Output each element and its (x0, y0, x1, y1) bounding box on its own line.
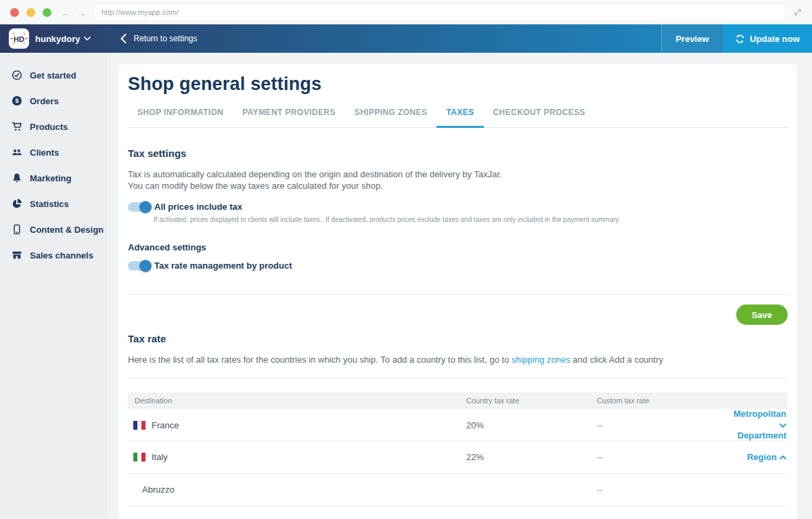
table-row-italy: Italy 22% -- Region (128, 441, 788, 474)
all-prices-include-tax-label: All prices include tax (154, 202, 242, 212)
sidebar-item-products[interactable]: Products (0, 114, 106, 139)
tab-bar: SHOP INFORMATION PAYMENT PROVIDERS SHIPP… (128, 104, 788, 128)
sidebar-item-sales-channels[interactable]: Sales channels (0, 242, 106, 268)
chevron-up-icon (780, 455, 786, 459)
tab-taxes[interactable]: TAXES (436, 104, 483, 128)
sidebar-item-label: Content & Design (30, 225, 104, 235)
tax-settings-description: Tax is automatically calculated dependin… (128, 168, 788, 191)
all-prices-include-tax-toggle[interactable] (128, 202, 151, 212)
close-window-button[interactable] (10, 8, 19, 17)
people-icon (12, 147, 22, 158)
region-link[interactable]: Region (747, 452, 786, 463)
table-row-abruzzo: Abruzzo -- (128, 474, 788, 506)
sidebar: Get started $ Orders Products Clients (0, 53, 106, 519)
toggle-note: If activated, prices displayed to client… (154, 216, 788, 223)
sync-icon (735, 34, 745, 44)
chevron-left-icon (120, 34, 127, 43)
tab-shipping-zones[interactable]: SHIPPING ZONES (345, 104, 437, 128)
tax-rate-heading: Tax rate (128, 333, 788, 344)
settings-card: Shop general settings SHOP INFORMATION P… (118, 64, 797, 519)
svg-text:$: $ (15, 97, 18, 104)
country-name: Italy (152, 452, 168, 462)
expand-window-icon[interactable] (792, 6, 804, 18)
page-title: Shop general settings (128, 74, 788, 95)
top-navbar: HD hunkydory Return to settings Prev (0, 24, 812, 53)
sidebar-item-marketing[interactable]: Marketing (0, 165, 106, 191)
phone-icon (12, 224, 22, 235)
divider (128, 378, 788, 378)
check-circle-icon (12, 70, 22, 81)
sidebar-item-clients[interactable]: Clients (0, 139, 106, 165)
logo-text: HD (14, 35, 24, 43)
chevron-down-icon (84, 37, 91, 41)
browser-forward-icon[interactable]: → (76, 7, 87, 18)
advanced-settings-heading: Advanced settings (128, 242, 788, 252)
custom-tax-rate-value: -- (597, 420, 725, 430)
sidebar-item-label: Statistics (30, 199, 69, 209)
sidebar-item-label: Sales channels (30, 250, 93, 261)
italy-flag-icon (133, 453, 145, 461)
sidebar-item-label: Marketing (30, 173, 71, 183)
tab-checkout-process[interactable]: CHECKOUT PROCESS (484, 104, 595, 128)
shop-switcher[interactable]: hunkydory (35, 34, 91, 44)
sidebar-item-statistics[interactable]: Statistics (0, 191, 106, 217)
shop-name: hunkydory (35, 34, 80, 44)
country-tax-rate-value: 22% (466, 452, 597, 462)
return-to-settings-link[interactable]: Return to settings (120, 34, 197, 43)
tax-settings-heading: Tax settings (128, 148, 788, 159)
url-input[interactable] (102, 8, 778, 16)
tab-shop-information[interactable]: SHOP INFORMATION (128, 104, 233, 128)
sidebar-item-label: Clients (30, 148, 59, 158)
sidebar-item-label: Get started (30, 70, 76, 81)
tab-payment-providers[interactable]: PAYMENT PROVIDERS (233, 104, 345, 128)
column-country-tax-rate: Country tax rate (466, 397, 597, 405)
tax-rate-description: Here is the list of all tax rates for th… (128, 354, 788, 365)
content-background: Shop general settings SHOP INFORMATION P… (106, 53, 812, 519)
cart-icon (12, 121, 22, 132)
update-now-label: Update now (750, 34, 800, 44)
table-row-france: France 20% -- Metropolitan Department (128, 409, 788, 441)
dollar-circle-icon: $ (12, 95, 22, 106)
country-name: France (152, 420, 179, 430)
divider (128, 294, 788, 295)
preview-label: Preview (675, 34, 708, 44)
region-name: Abruzzo (142, 484, 175, 495)
store-icon (12, 250, 22, 261)
tax-rate-management-label: Tax rate management by product (154, 261, 292, 271)
table-row-basilicata: Basilicata -- (128, 506, 788, 519)
minimize-window-button[interactable] (26, 8, 35, 17)
column-destination: Destination (128, 397, 466, 405)
sidebar-item-orders[interactable]: $ Orders (0, 88, 106, 114)
custom-tax-rate-value: -- (597, 452, 725, 462)
metropolitan-department-link[interactable]: Metropolitan Department (725, 409, 786, 441)
sidebar-item-label: Orders (30, 96, 59, 106)
bell-icon (12, 173, 22, 183)
preview-button[interactable]: Preview (661, 24, 723, 53)
france-flag-icon (133, 421, 145, 430)
table-header: Destination Country tax rate Custom tax … (128, 392, 788, 409)
shipping-zones-link[interactable]: shipping zones (512, 355, 570, 365)
country-tax-rate-value: 20% (466, 420, 597, 430)
tax-rate-management-toggle[interactable] (128, 261, 151, 271)
maximize-window-button[interactable] (43, 8, 51, 17)
save-button[interactable]: Save (736, 304, 788, 325)
browser-chrome: ← → (0, 0, 812, 24)
sidebar-item-content-design[interactable]: Content & Design (0, 217, 106, 242)
column-custom-tax-rate: Custom tax rate (597, 397, 725, 405)
pie-chart-icon (12, 198, 22, 209)
shop-logo[interactable]: HD (9, 28, 29, 49)
chevron-down-icon (780, 424, 786, 428)
window-controls (10, 8, 51, 17)
return-to-settings-label: Return to settings (133, 34, 197, 43)
update-now-button[interactable]: Update now (723, 24, 812, 53)
address-bar[interactable] (95, 5, 785, 20)
sidebar-item-label: Products (30, 122, 68, 132)
tax-rate-table: Destination Country tax rate Custom tax … (128, 392, 788, 519)
custom-tax-rate-value: -- (597, 484, 725, 495)
sidebar-item-get-started[interactable]: Get started (0, 62, 106, 88)
browser-back-icon[interactable]: ← (61, 7, 71, 18)
